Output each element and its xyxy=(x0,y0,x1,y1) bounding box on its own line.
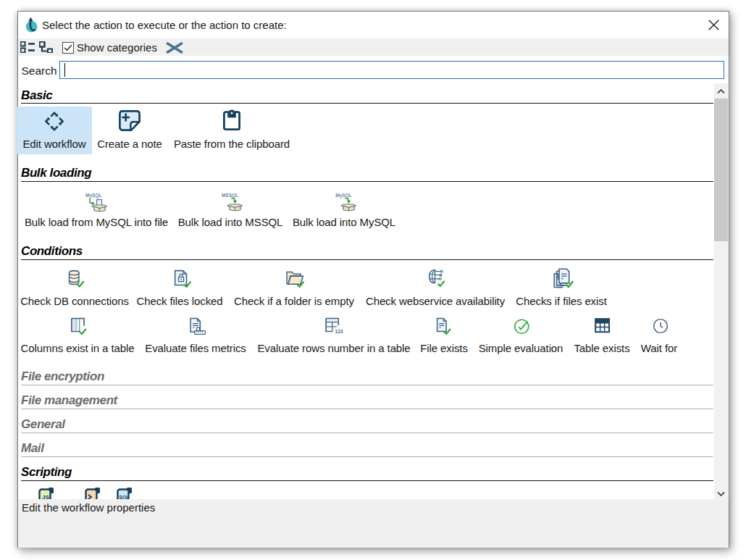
svg-text:MySQL: MySQL xyxy=(335,193,351,198)
svg-text:JS: JS xyxy=(42,494,49,499)
svg-text:123: 123 xyxy=(335,329,343,334)
svg-text:MySQL: MySQL xyxy=(85,193,101,198)
svg-text:SQL: SQL xyxy=(120,495,129,500)
svg-text:MSSQL: MSSQL xyxy=(222,193,238,198)
